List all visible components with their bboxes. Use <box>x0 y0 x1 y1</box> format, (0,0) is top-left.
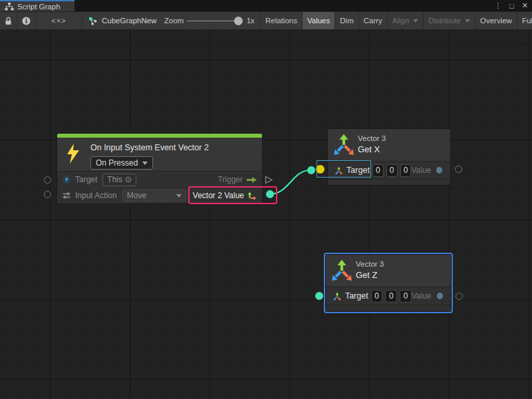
vector3-icon <box>332 134 355 156</box>
wire-end-dot <box>307 166 315 174</box>
input-action-dropdown[interactable]: Move <box>122 190 186 201</box>
graph-canvas[interactable]: On Input System Event Vector 2 On Presse… <box>0 30 532 399</box>
code-icon: <×> <box>51 17 66 25</box>
graph-icon <box>88 16 98 25</box>
info-button[interactable] <box>17 12 36 29</box>
overview-button[interactable]: Overview <box>475 12 517 29</box>
zoom-slider-track[interactable] <box>187 21 240 21</box>
carry-button[interactable]: Carry <box>358 12 387 29</box>
node-category: Vector 3 <box>356 260 384 268</box>
event-node-header: On Input System Event Vector 2 On Presse… <box>57 138 262 171</box>
values-button[interactable]: Values <box>302 12 334 29</box>
z-value-field[interactable]: 0 <box>400 290 412 303</box>
graph-breadcrumb[interactable]: CubeGraphNew <box>88 12 156 29</box>
node-get-z[interactable]: Vector 3 Get Z Target 0 0 0 Value <box>325 254 452 312</box>
x-value-field[interactable]: 0 <box>372 164 384 177</box>
lightning-icon <box>66 144 80 164</box>
zoom-value: 1x <box>247 17 255 25</box>
trigger-label: Trigger <box>217 175 243 184</box>
info-icon <box>22 17 31 25</box>
event-mode-value: On Pressed <box>96 158 138 168</box>
get-x-footer <box>328 179 450 186</box>
input-action-label: Input Action <box>75 191 117 200</box>
z-value-field[interactable]: 0 <box>400 164 412 177</box>
lock-icon <box>5 17 12 25</box>
trigger-output-port[interactable] <box>264 175 273 185</box>
target-object-field[interactable]: This ⊙ <box>102 174 136 186</box>
hierarchy-icon <box>5 3 14 11</box>
fullscreen-button[interactable]: Full Screen <box>517 12 532 29</box>
target-port-icon <box>62 175 71 184</box>
value-output-label: Value <box>411 166 431 175</box>
target-row: Target This ⊙ Trigger <box>57 172 262 188</box>
get-x-header: Vector 3 Get X <box>328 129 450 162</box>
get-z-value-external-port[interactable] <box>456 293 463 300</box>
window-titlebar: Script Graph ⋮ □ ✕ <box>0 0 532 11</box>
vector3-icon <box>331 259 353 281</box>
target-object-value: This <box>107 175 122 184</box>
tab-script-graph[interactable]: Script Graph <box>0 0 74 11</box>
dim-button[interactable]: Dim <box>334 12 358 29</box>
input-action-value: Move <box>127 191 146 200</box>
blue-highlight-box <box>317 160 371 178</box>
value-output-port[interactable] <box>437 293 443 299</box>
target-label: Target <box>75 175 97 184</box>
align-dropdown[interactable]: Align <box>387 12 424 29</box>
event-node-title: On Input System Event Vector 2 <box>90 143 209 152</box>
node-category: Vector 3 <box>358 134 386 142</box>
toolbar-button-group: Relations Values Dim Carry Align Distrib… <box>260 12 532 29</box>
value-output-label: Value <box>412 291 432 301</box>
input-action-icon <box>62 192 71 200</box>
get-z-header: Vector 3 Get Z <box>326 255 451 287</box>
value-output-port[interactable] <box>436 167 442 174</box>
node-title: Get X <box>358 144 380 154</box>
get-z-target-input-port[interactable] <box>315 292 323 300</box>
chevron-down-icon <box>142 162 148 165</box>
x-value-field[interactable]: 0 <box>371 290 383 303</box>
trigger-arrow-icon <box>246 176 257 184</box>
red-highlight-box <box>188 186 277 204</box>
chevron-down-icon <box>176 194 182 198</box>
relations-button[interactable]: Relations <box>260 12 302 29</box>
vector3-small-icon <box>332 291 342 301</box>
target-label: Target <box>345 291 368 301</box>
distribute-dropdown[interactable]: Distribute <box>423 12 475 29</box>
object-picker-icon: ⊙ <box>125 175 132 184</box>
zoom-slider-handle[interactable] <box>234 17 243 25</box>
y-value-field[interactable]: 0 <box>386 164 398 177</box>
code-view-button[interactable]: <×> <box>36 12 82 29</box>
node-title: Get Z <box>356 270 378 280</box>
connection-wire-layer <box>0 30 532 399</box>
get-x-value-external-port[interactable] <box>455 166 462 173</box>
lock-button[interactable] <box>0 12 17 29</box>
tab-label: Script Graph <box>17 3 61 11</box>
close-icon[interactable]: ✕ <box>522 1 528 10</box>
y-value-field[interactable]: 0 <box>385 290 397 303</box>
get-z-footer <box>326 305 451 312</box>
zoom-label: Zoom <box>164 17 184 25</box>
graph-toolbar: <×> CubeGraphNew Zoom 1x Relations Value… <box>0 11 532 30</box>
get-z-target-row: Target 0 0 0 Value <box>326 287 451 305</box>
event-mode-dropdown[interactable]: On Pressed <box>90 156 153 170</box>
maximize-icon[interactable]: □ <box>509 2 514 10</box>
more-menu-icon[interactable]: ⋮ <box>494 1 501 10</box>
event-action-input-port[interactable] <box>44 191 51 198</box>
graph-name-label: CubeGraphNew <box>102 17 156 25</box>
event-target-input-port[interactable] <box>44 176 51 184</box>
